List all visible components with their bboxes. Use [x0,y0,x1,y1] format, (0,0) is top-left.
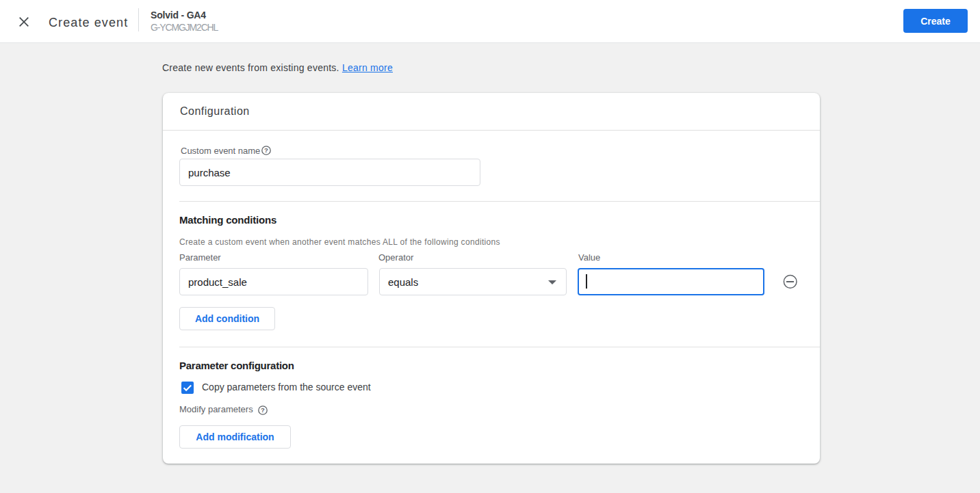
svg-text:?: ? [261,406,265,414]
svg-text:?: ? [264,146,268,154]
